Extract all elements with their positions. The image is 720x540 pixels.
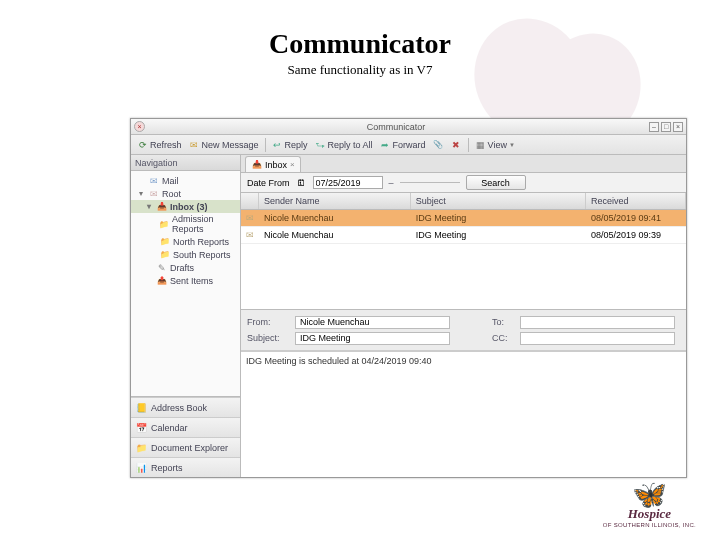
admission-node[interactable]: Admission Reports: [131, 213, 240, 235]
message-row[interactable]: Nicole Muenchau IDG Meeting 08/05/2019 0…: [241, 227, 686, 244]
calendar-label: Calendar: [151, 423, 188, 433]
root-label: Root: [162, 189, 181, 199]
window-maximize[interactable]: □: [661, 122, 671, 132]
address-book-icon: [136, 402, 147, 413]
date-to-separator: –: [389, 178, 394, 188]
view-label: View: [488, 140, 507, 150]
cc-label: CC:: [492, 333, 514, 343]
search-label: Search: [481, 178, 510, 188]
drafts-icon: [156, 262, 167, 273]
nav-header: Navigation: [131, 155, 240, 171]
document-icon: [136, 442, 147, 453]
reply-all-icon: [315, 139, 326, 150]
envelope-icon: [246, 213, 254, 223]
calendar-icon: [136, 422, 147, 433]
col-icon[interactable]: [241, 193, 259, 209]
new-message-label: New Message: [202, 140, 259, 150]
inbox-icon: [251, 159, 262, 170]
window-close-icon[interactable]: ×: [134, 121, 145, 132]
north-node[interactable]: North Reports: [131, 235, 240, 248]
view-menu[interactable]: View▼: [473, 138, 517, 151]
tab-close-icon[interactable]: ×: [290, 160, 295, 169]
col-subject[interactable]: Subject: [411, 193, 586, 209]
window-minimize[interactable]: –: [649, 122, 659, 132]
folder-icon: [159, 249, 170, 260]
south-node[interactable]: South Reports: [131, 248, 240, 261]
cc-value: [520, 332, 675, 345]
reply-button[interactable]: Reply: [270, 138, 310, 151]
mail-node[interactable]: Mail: [131, 174, 240, 187]
refresh-button[interactable]: Refresh: [135, 138, 184, 151]
calendar-button[interactable]: Calendar: [131, 417, 240, 437]
slide-title: Communicator: [0, 28, 720, 60]
main-panel: Inbox × Date From 🗓 – Search Sender Name…: [241, 155, 686, 477]
to-value: [520, 316, 675, 329]
root-icon: [148, 188, 159, 199]
reply-all-label: Reply to All: [328, 140, 373, 150]
separator: [265, 138, 266, 152]
folder-tree: Mail ▾Root ▾Inbox (3) Admission Reports …: [131, 171, 240, 396]
reports-button[interactable]: Reports: [131, 457, 240, 477]
subject-label: Subject:: [247, 333, 289, 343]
forward-button[interactable]: Forward: [378, 138, 428, 151]
to-label: To:: [492, 317, 514, 327]
message-row[interactable]: Nicole Muenchau IDG Meeting 08/05/2019 0…: [241, 210, 686, 227]
message-list: Nicole Muenchau IDG Meeting 08/05/2019 0…: [241, 210, 686, 310]
row-sender: Nicole Muenchau: [259, 227, 411, 243]
inbox-tab[interactable]: Inbox ×: [245, 156, 301, 172]
folder-icon: [159, 219, 169, 230]
slide-subtitle: Same functionality as in V7: [0, 62, 720, 78]
new-message-icon: [189, 139, 200, 150]
separator: [468, 138, 469, 152]
reply-icon: [272, 139, 283, 150]
root-node[interactable]: ▾Root: [131, 187, 240, 200]
inbox-icon: [156, 201, 167, 212]
north-label: North Reports: [173, 237, 229, 247]
date-from-input[interactable]: [313, 176, 383, 189]
mail-label: Mail: [162, 176, 179, 186]
calendar-picker-icon[interactable]: 🗓: [296, 177, 307, 188]
folder-icon: [159, 236, 170, 247]
window-close[interactable]: ×: [673, 122, 683, 132]
date-from-label: Date From: [247, 178, 290, 188]
logo-sub: OF SOUTHERN ILLINOIS, INC.: [603, 522, 696, 528]
mail-icon: [148, 175, 159, 186]
nav-header-label: Navigation: [135, 158, 178, 168]
from-value: Nicole Muenchau: [295, 316, 450, 329]
inbox-node[interactable]: ▾Inbox (3): [131, 200, 240, 213]
butterfly-icon: 🦋: [603, 484, 696, 506]
sent-node[interactable]: Sent Items: [131, 274, 240, 287]
new-message-button[interactable]: New Message: [187, 138, 261, 151]
document-explorer-button[interactable]: Document Explorer: [131, 437, 240, 457]
sent-icon: [156, 275, 167, 286]
filter-bar: Date From 🗓 – Search: [241, 173, 686, 193]
delete-icon: [451, 139, 462, 150]
row-sender: Nicole Muenchau: [259, 210, 411, 226]
search-button[interactable]: Search: [466, 175, 526, 190]
row-subject: IDG Meeting: [411, 227, 586, 243]
row-received: 08/05/2019 09:39: [586, 227, 686, 243]
reports-icon: [136, 462, 147, 473]
window-title: Communicator: [145, 122, 647, 132]
inbox-label: Inbox (3): [170, 202, 208, 212]
toolbar: Refresh New Message Reply Reply to All F…: [131, 135, 686, 155]
drafts-node[interactable]: Drafts: [131, 261, 240, 274]
document-label: Document Explorer: [151, 443, 228, 453]
app-window: × Communicator – □ × Refresh New Message…: [130, 118, 687, 478]
envelope-icon: [246, 230, 254, 240]
refresh-label: Refresh: [150, 140, 182, 150]
refresh-icon: [137, 139, 148, 150]
attachment-button[interactable]: [431, 138, 446, 151]
south-label: South Reports: [173, 250, 231, 260]
logo-name: Hospice: [603, 506, 696, 522]
forward-label: Forward: [393, 140, 426, 150]
address-book-button[interactable]: Address Book: [131, 397, 240, 417]
delete-button[interactable]: [449, 138, 464, 151]
sidebar: Navigation Mail ▾Root ▾Inbox (3) Admissi…: [131, 155, 241, 477]
reports-label: Reports: [151, 463, 183, 473]
grid-header: Sender Name Subject Received: [241, 193, 686, 210]
col-sender[interactable]: Sender Name: [259, 193, 411, 209]
chevron-down-icon: ▼: [509, 142, 515, 148]
col-received[interactable]: Received: [586, 193, 686, 209]
reply-all-button[interactable]: Reply to All: [313, 138, 375, 151]
